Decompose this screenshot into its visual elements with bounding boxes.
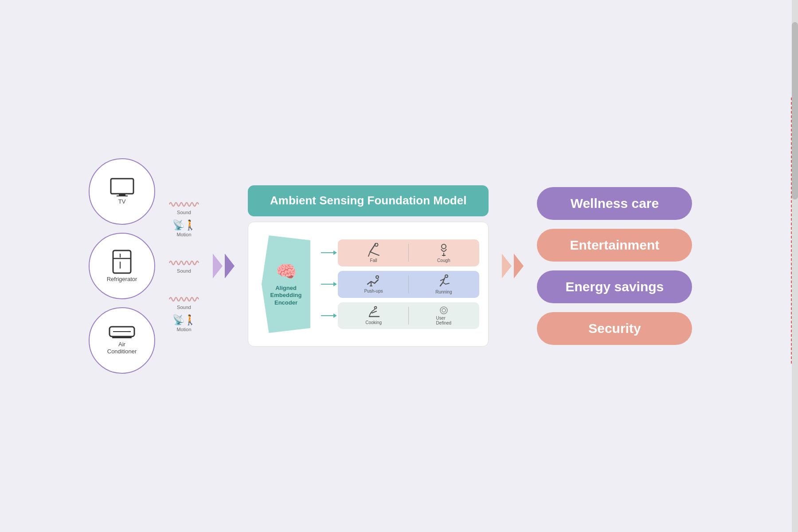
- arrow-to-fall-cough: [321, 252, 334, 253]
- fm-body: 🧠 AlignedEmbeddingEncoder: [248, 222, 489, 347]
- security-pill: Security: [537, 312, 692, 345]
- pushups-item: Push-ups: [342, 275, 405, 293]
- encoder-shape: 🧠 AlignedEmbeddingEncoder: [262, 235, 310, 333]
- energy-label: Energy savings: [566, 279, 664, 294]
- input-arrow: [213, 254, 235, 278]
- svg-line-18: [376, 254, 379, 255]
- cough-item: Cough: [412, 243, 475, 263]
- svg-point-27: [374, 307, 376, 309]
- entertainment-label: Entertainment: [570, 238, 660, 252]
- diagram-container: TV Refrigerator AirConditio: [89, 158, 709, 374]
- ac-sound-label: Sound: [177, 305, 191, 310]
- sensors-column: Sound 📡 🚶 Motion Sound: [168, 200, 200, 332]
- tv-icon: [110, 178, 134, 196]
- brain-icon: 🧠: [276, 262, 297, 281]
- fall-cough-row: Fall Cough: [321, 239, 479, 266]
- svg-text:📡: 📡: [172, 314, 185, 326]
- tv-motion-sensor: 📡 🚶 Motion: [168, 219, 200, 237]
- svg-point-25: [445, 275, 448, 278]
- refrigerator-sensors: Sound: [168, 258, 200, 274]
- svg-point-22: [376, 276, 379, 278]
- ref-sound-wave-icon: [168, 258, 200, 267]
- refrigerator-icon: [112, 250, 132, 274]
- scrollbar-thumb[interactable]: [792, 22, 798, 200]
- svg-text:🚶: 🚶: [184, 219, 196, 231]
- pushups-label: Push-ups: [364, 289, 383, 293]
- ref-sound-sensor: Sound: [168, 258, 200, 274]
- ac-sound-wave-icon: [168, 295, 200, 304]
- tv-label: TV: [118, 198, 126, 205]
- security-label: Security: [588, 321, 641, 336]
- svg-line-15: [368, 252, 370, 256]
- svg-text:🚶: 🚶: [184, 314, 196, 326]
- pushups-running-card: Push-ups Running: [338, 271, 479, 298]
- air-conditioner-device-circle: AirConditioner: [89, 307, 155, 374]
- outputs-column: Wellness care Entertainment Energy savin…: [537, 187, 692, 345]
- tv-sound-sensor: Sound: [168, 200, 200, 215]
- tv-device-circle: TV: [89, 158, 155, 225]
- user-defined-icon: [439, 306, 448, 315]
- ref-sound-label: Sound: [177, 268, 191, 274]
- motion-icon-ac: 📡 🚶: [172, 313, 196, 326]
- output-arrow: [502, 254, 524, 278]
- svg-text:📡: 📡: [172, 219, 185, 231]
- tv-sensors: Sound 📡 🚶 Motion: [168, 200, 200, 237]
- cough-icon: [438, 243, 450, 257]
- svg-rect-2: [117, 196, 128, 196]
- wellness-label: Wellness care: [571, 196, 659, 211]
- divider-2: [408, 275, 409, 293]
- ac-sound-sensor: Sound: [168, 295, 200, 310]
- arrow-to-cooking: [321, 315, 334, 316]
- refrigerator-device-circle: Refrigerator: [89, 233, 155, 299]
- svg-point-19: [442, 244, 446, 249]
- running-item: Running: [412, 274, 475, 294]
- scrollbar[interactable]: [792, 0, 798, 532]
- user-defined-item: UserDefined: [412, 306, 475, 325]
- user-defined-label: UserDefined: [436, 316, 451, 325]
- devices-column: TV Refrigerator AirConditio: [89, 158, 155, 374]
- cooking-userdefined-card: Cooking UserDefined: [338, 302, 479, 329]
- divider-3: [408, 307, 409, 325]
- pushups-running-row: Push-ups Running: [321, 271, 479, 298]
- wellness-pill: Wellness care: [537, 187, 692, 220]
- arrow-to-exercise: [321, 284, 334, 285]
- ac-label: AirConditioner: [107, 341, 137, 355]
- fm-header: Ambient Sensing Foundation Model: [248, 185, 489, 216]
- fall-cough-card: Fall Cough: [338, 239, 479, 266]
- fm-title: Ambient Sensing Foundation Model: [270, 193, 466, 208]
- svg-rect-0: [111, 179, 133, 194]
- pushups-icon: [367, 275, 381, 288]
- cooking-userdefined-row: Cooking UserDefined: [321, 302, 479, 329]
- fall-icon: [368, 243, 380, 257]
- energy-pill: Energy savings: [537, 270, 692, 303]
- svg-rect-3: [113, 250, 131, 273]
- sound-wave-icon: [168, 200, 200, 209]
- ac-sensors: Sound 📡 🚶 Motion: [168, 295, 200, 332]
- cough-label: Cough: [437, 258, 450, 263]
- ac-motion-sensor: 📡 🚶 Motion: [168, 313, 200, 332]
- encoder-outputs: Fall Cough: [321, 239, 479, 329]
- svg-rect-8: [112, 337, 132, 338]
- ac-icon: [109, 326, 135, 339]
- foundation-model-box: Ambient Sensing Foundation Model 🧠 Align…: [248, 185, 489, 347]
- ac-motion-label: Motion: [176, 327, 191, 332]
- tv-sound-label: Sound: [177, 210, 191, 215]
- entertainment-pill: Entertainment: [537, 229, 692, 262]
- fall-label: Fall: [370, 258, 377, 263]
- encoder-box: 🧠 AlignedEmbeddingEncoder: [257, 231, 315, 337]
- svg-line-17: [370, 252, 376, 254]
- cooking-icon: [367, 306, 381, 319]
- refrigerator-label: Refrigerator: [107, 276, 137, 283]
- running-label: Running: [435, 289, 452, 294]
- cooking-item: Cooking: [342, 306, 405, 325]
- svg-point-29: [442, 309, 446, 312]
- divider-1: [408, 244, 409, 262]
- cooking-label: Cooking: [365, 320, 382, 325]
- motion-icon-tv: 📡 🚶: [172, 219, 196, 231]
- svg-rect-1: [119, 194, 125, 196]
- fall-item: Fall: [342, 243, 405, 263]
- tv-motion-label: Motion: [176, 232, 191, 237]
- svg-point-28: [440, 307, 447, 314]
- encoder-label: AlignedEmbeddingEncoder: [270, 285, 302, 307]
- running-icon: [437, 274, 451, 289]
